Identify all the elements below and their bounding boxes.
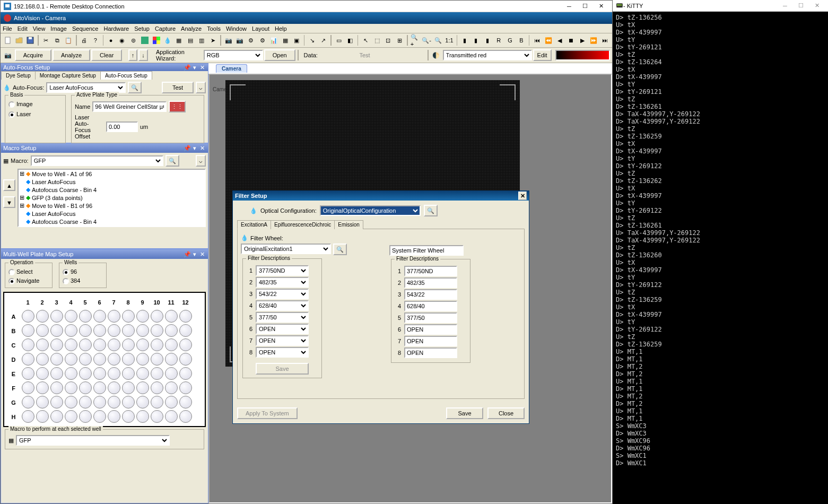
- zoomin-icon[interactable]: 🔍+: [410, 34, 420, 46]
- next-icon[interactable]: ⏩: [588, 34, 598, 46]
- basis-image-radio[interactable]: Image: [8, 101, 62, 108]
- macro-up-button[interactable]: ▲: [3, 179, 15, 191]
- af-find-button[interactable]: 🔍: [128, 82, 142, 93]
- plate-well[interactable]: [179, 396, 192, 409]
- kitty-maximize-button[interactable]: ☐: [793, 1, 809, 11]
- lut2-icon[interactable]: ▮: [471, 34, 481, 46]
- kitty-minimize-button[interactable]: ─: [777, 1, 793, 11]
- plate-well[interactable]: [50, 367, 63, 380]
- plate-well[interactable]: [79, 381, 92, 394]
- menu-image[interactable]: Image: [50, 25, 67, 32]
- menu-window[interactable]: Window: [226, 25, 247, 32]
- plate-well[interactable]: [65, 396, 77, 409]
- plate-well[interactable]: [22, 338, 34, 351]
- plate-well[interactable]: [136, 338, 149, 351]
- plate-well[interactable]: [165, 353, 178, 366]
- acquire-button[interactable]: Acquire: [15, 49, 51, 61]
- autofocus-menu-icon[interactable]: ▾: [191, 64, 198, 71]
- plate-well[interactable]: [36, 381, 49, 394]
- plate-well[interactable]: [65, 410, 77, 423]
- plate-well[interactable]: [79, 324, 92, 337]
- tab-dichroic[interactable]: EpifluorescenceDichroic: [271, 220, 335, 229]
- b-icon[interactable]: B: [516, 34, 526, 46]
- paste-icon[interactable]: 📋: [64, 34, 74, 46]
- plate-well[interactable]: [122, 353, 135, 366]
- plate-map[interactable]: 123456789101112ABCDEFGH: [3, 292, 206, 427]
- plate-well[interactable]: [179, 353, 192, 366]
- fw-select[interactable]: OriginalExcitation1: [241, 244, 331, 254]
- basis-laser-radio[interactable]: Laser: [8, 111, 62, 118]
- circles-icon[interactable]: ⊚: [128, 34, 138, 46]
- prev-icon[interactable]: ⏪: [543, 34, 553, 46]
- plate-well[interactable]: [179, 338, 192, 351]
- apply-button[interactable]: Apply To System: [237, 407, 298, 419]
- plate-well[interactable]: [50, 381, 63, 394]
- plate-well[interactable]: [93, 367, 106, 380]
- left-filter-3[interactable]: 543/22: [256, 289, 309, 299]
- cut-icon[interactable]: ✂: [41, 34, 51, 46]
- plate-well[interactable]: [50, 310, 63, 323]
- plate-well[interactable]: [50, 353, 63, 366]
- op-select-radio[interactable]: Select: [8, 268, 49, 275]
- plate-well[interactable]: [165, 396, 178, 409]
- plate-well[interactable]: [93, 381, 106, 394]
- help-icon[interactable]: ?: [90, 34, 100, 46]
- grid-blue-icon[interactable]: [140, 34, 150, 46]
- plate-well[interactable]: [122, 367, 135, 380]
- af-select[interactable]: Laser AutoFocus: [46, 82, 126, 93]
- op-navigate-radio[interactable]: Navigate: [8, 277, 49, 284]
- plate-well[interactable]: [151, 353, 163, 366]
- plate-well[interactable]: [65, 353, 77, 366]
- macro-close-icon[interactable]: ✕: [198, 144, 206, 152]
- plate-well[interactable]: [179, 310, 192, 323]
- wells-96-radio[interactable]: 96: [63, 268, 103, 275]
- clear-button[interactable]: Clear: [91, 49, 122, 61]
- r-icon[interactable]: R: [494, 34, 504, 46]
- left-filter-5[interactable]: 377/50: [256, 312, 309, 323]
- grid3-icon[interactable]: ▣: [291, 34, 301, 46]
- arrow-icon[interactable]: ➤: [208, 34, 218, 46]
- plate-well[interactable]: [136, 381, 149, 394]
- seq3-icon[interactable]: ▥: [196, 34, 206, 46]
- plate-well[interactable]: [36, 310, 49, 323]
- plate-well[interactable]: [165, 324, 178, 337]
- left-filter-8[interactable]: OPEN: [256, 347, 309, 358]
- plate-well[interactable]: [122, 396, 135, 409]
- plate-well[interactable]: [122, 410, 135, 423]
- af-expand-button[interactable]: ⌵: [196, 82, 206, 93]
- plate-well[interactable]: [136, 367, 149, 380]
- plate-well[interactable]: [50, 410, 63, 423]
- plate-well[interactable]: [165, 367, 178, 380]
- plate-well[interactable]: [136, 353, 149, 366]
- camera-tab[interactable]: Camera: [216, 64, 247, 73]
- rdp-maximize-button[interactable]: ☐: [577, 1, 593, 12]
- plate-well[interactable]: [93, 310, 106, 323]
- down-button[interactable]: ↓: [138, 49, 148, 61]
- last-icon[interactable]: ⏭: [600, 34, 610, 46]
- plate-well[interactable]: [122, 310, 135, 323]
- step1-icon[interactable]: ↘: [307, 34, 317, 46]
- plate-well[interactable]: [122, 324, 135, 337]
- plate-well[interactable]: [93, 353, 106, 366]
- plate-well[interactable]: [136, 310, 149, 323]
- save-icon[interactable]: [25, 34, 36, 46]
- menu-view[interactable]: View: [33, 25, 46, 32]
- plate-well[interactable]: [22, 396, 34, 409]
- camera2-icon[interactable]: 📷: [234, 34, 245, 46]
- dlg-save-button[interactable]: Save: [446, 407, 483, 419]
- plate-well[interactable]: [179, 367, 192, 380]
- plate-well[interactable]: [93, 324, 106, 337]
- plate-well[interactable]: [36, 396, 49, 409]
- plate-well[interactable]: [79, 338, 92, 351]
- plate-well[interactable]: [122, 381, 135, 394]
- macro-tree[interactable]: ⊞◆Move to Well - A1 of 96 ◆Laser AutoFoc…: [18, 169, 206, 227]
- camera-icon[interactable]: 📷: [223, 34, 233, 46]
- dlg-close-button[interactable]: Close: [487, 407, 525, 419]
- plate-well[interactable]: [108, 353, 120, 366]
- menu-capture[interactable]: Capture: [155, 25, 176, 32]
- macro-pin-icon[interactable]: 📌: [184, 144, 191, 152]
- plate-well[interactable]: [108, 410, 120, 423]
- plate-well[interactable]: [165, 410, 178, 423]
- plate-well[interactable]: [165, 381, 178, 394]
- plate-well[interactable]: [108, 381, 120, 394]
